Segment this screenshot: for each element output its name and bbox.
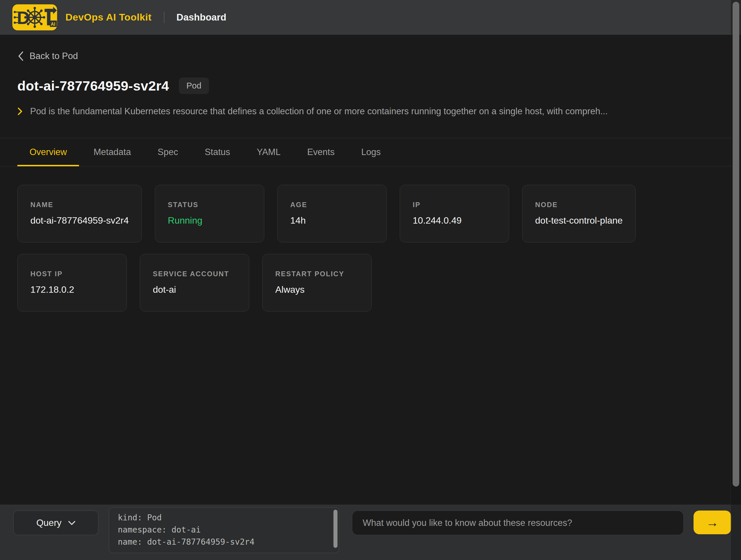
resource-description: Pod is the fundamental Kubernetes resour… [30, 106, 608, 116]
card-label: STATUS [168, 201, 251, 209]
app-header: D [0, 0, 741, 35]
resource-description-row[interactable]: Pod is the fundamental Kubernetes resour… [17, 106, 724, 138]
yaml-line-name: name: dot-ai-787764959-sv2r4 [118, 536, 326, 548]
card-value: 10.244.0.49 [413, 215, 496, 226]
overview-cards: NAME dot-ai-787764959-sv2r4 STATUS Runni… [0, 166, 741, 505]
chevron-down-icon [68, 521, 76, 525]
app-logo[interactable]: D [12, 4, 58, 31]
yaml-line-kind: kind: Pod [118, 512, 326, 524]
card-host-ip: HOST IP 172.18.0.2 [17, 254, 127, 312]
card-value: Always [275, 284, 359, 295]
dot-logo-icon: D [12, 4, 58, 31]
query-mode-button[interactable]: Query [13, 510, 98, 535]
nav-item-dashboard[interactable]: Dashboard [177, 12, 226, 23]
card-name: NAME dot-ai-787764959-sv2r4 [17, 185, 142, 242]
card-value: dot-ai-787764959-sv2r4 [30, 215, 129, 226]
title-row: dot-ai-787764959-sv2r4 Pod [17, 78, 724, 94]
tab-status[interactable]: Status [193, 138, 242, 166]
context-scrollbar-thumb[interactable] [333, 510, 337, 548]
card-value: dot-test-control-plane [535, 215, 623, 226]
card-label: NAME [30, 201, 129, 209]
chevron-left-icon [17, 51, 24, 61]
card-ip: IP 10.244.0.49 [400, 185, 509, 242]
card-label: NODE [535, 201, 623, 209]
card-age: AGE 14h [277, 185, 387, 242]
card-label: RESTART POLICY [275, 270, 359, 278]
tab-spec[interactable]: Spec [145, 138, 190, 166]
card-node: NODE dot-test-control-plane [522, 185, 635, 242]
header-divider [164, 12, 164, 23]
card-value: dot-ai [153, 284, 236, 295]
page-title: dot-ai-787764959-sv2r4 [17, 78, 169, 94]
tab-events[interactable]: Events [295, 138, 347, 166]
page-scrollbar-thumb[interactable] [733, 2, 739, 487]
card-restart-policy: RESTART POLICY Always [262, 254, 372, 312]
title-section: Back to Pod dot-ai-787764959-sv2r4 Pod P… [0, 35, 741, 138]
send-button[interactable]: → [693, 510, 731, 534]
tab-overview[interactable]: Overview [17, 138, 79, 166]
context-yaml-code: kind: Podnamespace: dot-ainame: dot-ai-7… [109, 508, 339, 552]
card-label: HOST IP [30, 270, 114, 278]
ask-input[interactable] [352, 510, 684, 535]
back-link-label: Back to Pod [29, 51, 78, 61]
tab-yaml[interactable]: YAML [245, 138, 293, 166]
context-yaml-box[interactable]: kind: Podnamespace: dot-ainame: dot-ai-7… [109, 507, 339, 553]
brand-title: DevOps AI Toolkit [65, 12, 152, 23]
tab-bar: Overview Metadata Spec Status YAML Event… [0, 138, 741, 166]
resource-kind-badge: Pod [179, 78, 209, 94]
app-root: D [0, 0, 741, 560]
card-label: SERVICE ACCOUNT [153, 270, 236, 278]
page-scrollbar-track[interactable] [731, 0, 741, 560]
chevron-right-icon [17, 107, 22, 116]
card-value: 14h [290, 215, 374, 226]
query-mode-label: Query [36, 517, 61, 528]
card-status: STATUS Running [155, 185, 264, 242]
ask-bar: Query kind: Podnamespace: dot-ainame: do… [0, 505, 741, 560]
card-label: IP [413, 201, 496, 209]
card-value: 172.18.0.2 [30, 284, 114, 295]
arrow-right-icon: → [706, 516, 719, 529]
back-link[interactable]: Back to Pod [17, 51, 78, 61]
svg-text:AI: AI [51, 21, 55, 26]
tab-metadata[interactable]: Metadata [81, 138, 143, 166]
card-label: AGE [290, 201, 374, 209]
tab-logs[interactable]: Logs [349, 138, 393, 166]
status-value: Running [168, 215, 251, 226]
yaml-line-namespace: namespace: dot-ai [118, 524, 326, 536]
card-service-account: SERVICE ACCOUNT dot-ai [140, 254, 249, 312]
